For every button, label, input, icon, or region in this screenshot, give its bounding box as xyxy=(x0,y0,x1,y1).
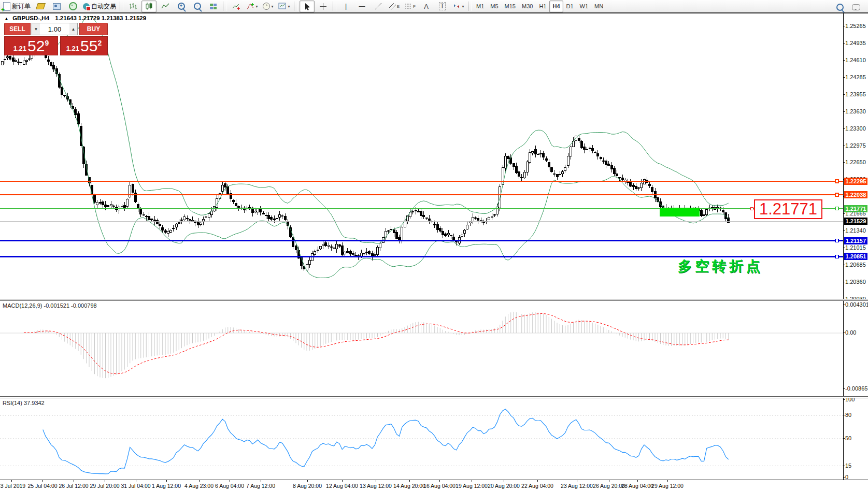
turning-point-annotation[interactable]: 多空转折点 xyxy=(678,257,763,276)
sell-price-small: 1.21 xyxy=(13,45,26,52)
date-tick xyxy=(667,480,668,482)
new-chart-button[interactable] xyxy=(229,1,244,12)
equidistant-channel-icon xyxy=(389,3,397,10)
sell-price-button[interactable]: 1.21 52 9 xyxy=(4,36,58,55)
price-annotation-label[interactable]: 1.21771 xyxy=(754,199,822,219)
price-badge-1.22295: 1.22295 xyxy=(844,178,867,185)
timeframe-m5[interactable]: M5 xyxy=(487,1,501,12)
timeframe-d1[interactable]: D1 xyxy=(563,1,577,12)
chat-icon xyxy=(852,4,860,10)
autotrade-button[interactable]: 自动交易 xyxy=(81,1,118,12)
new-order-label: 新订单 xyxy=(12,2,31,11)
date-tick xyxy=(307,480,308,482)
date-tick xyxy=(11,480,12,482)
indicators-button[interactable]: ▾ xyxy=(245,1,260,12)
tile-windows-icon xyxy=(210,4,217,9)
channel-letter: E xyxy=(397,4,400,9)
text-icon: A xyxy=(424,3,429,10)
price-badge-1.21157: 1.21157 xyxy=(844,237,867,244)
timeframe-m30[interactable]: M30 xyxy=(519,1,536,12)
zoom-out-icon: - xyxy=(194,3,201,10)
line-chart-button[interactable] xyxy=(158,1,173,12)
horizontal-line-button[interactable]: — xyxy=(354,1,369,12)
trendline-button[interactable] xyxy=(371,1,386,12)
date-label: 8 Aug 20:00 xyxy=(293,483,322,489)
text-button[interactable]: A xyxy=(419,1,434,12)
volume-down-button[interactable]: ▼ xyxy=(32,23,40,35)
periods-button[interactable]: ▾ xyxy=(261,1,276,12)
navigator-button[interactable] xyxy=(49,1,64,12)
arrows-button[interactable]: ▾ xyxy=(451,1,466,12)
autotrade-label: 自动交易 xyxy=(91,2,116,11)
zoom-out-button[interactable]: - xyxy=(190,1,205,12)
date-label: 29 Aug 12:00 xyxy=(651,483,684,489)
bar-chart-button[interactable] xyxy=(125,1,140,12)
signals-button[interactable] xyxy=(65,1,80,12)
vertical-line-icon: | xyxy=(345,3,347,10)
date-label: 22 Aug 04:00 xyxy=(521,483,553,489)
chat-button[interactable] xyxy=(848,1,863,13)
timeframe-h1[interactable]: H1 xyxy=(536,1,549,12)
sell-price-big: 52 xyxy=(27,39,45,53)
rsi-label: RSI(14) 37.9342 xyxy=(3,400,45,406)
timeframe-h4[interactable]: H4 xyxy=(549,1,563,12)
macd-tick: -0.008651 xyxy=(845,385,868,392)
date-tick xyxy=(637,480,638,482)
buy-price-sup: 2 xyxy=(97,39,102,47)
date-axis[interactable]: 23 Jul 201925 Jul 04:0026 Jul 12:0029 Ju… xyxy=(0,480,868,491)
price-axis[interactable]: 1.252651.249351.246101.242851.239551.236… xyxy=(843,13,868,480)
crosshair-button[interactable] xyxy=(316,1,331,12)
pane-separator[interactable] xyxy=(0,396,868,398)
volume-up-button[interactable]: ▲ xyxy=(69,23,77,35)
toolbar-separator xyxy=(333,2,336,11)
horizontal-line-icon: — xyxy=(359,3,365,10)
date-tick xyxy=(230,480,230,482)
periods-icon xyxy=(263,3,270,10)
date-label: 28 Aug 04:00 xyxy=(621,483,653,489)
price-tick: 1.20685 xyxy=(845,262,866,268)
candlestick-chart-button[interactable] xyxy=(141,1,156,12)
volume-input[interactable]: 1.00 xyxy=(40,23,69,35)
date-tick xyxy=(261,480,261,482)
timeframe-m1[interactable]: M1 xyxy=(473,1,487,12)
text-label-button[interactable]: T xyxy=(435,1,450,12)
date-tick xyxy=(439,480,440,482)
date-label: 4 Aug 23:00 xyxy=(184,483,214,489)
date-tick xyxy=(577,480,577,482)
cursor-button[interactable] xyxy=(300,1,315,12)
ohlc-values: 1.21643 1.21729 1.21383 1.21529 xyxy=(55,15,146,21)
pane-separator[interactable] xyxy=(0,299,868,301)
zoom-in-icon: + xyxy=(178,3,185,10)
timeframe-w1[interactable]: W1 xyxy=(577,1,592,12)
equidistant-channel-button[interactable]: E xyxy=(387,1,402,12)
new-order-button[interactable]: + 新订单 xyxy=(2,1,32,12)
trendline-icon xyxy=(375,3,382,10)
macd-tick: 0.004301 xyxy=(845,301,868,308)
sell-button[interactable]: SELL xyxy=(4,23,31,35)
indicators-icon xyxy=(246,3,254,10)
price-tick: 1.23955 xyxy=(845,91,866,97)
zoom-in-button[interactable]: + xyxy=(174,1,189,12)
macd-pane-canvas[interactable] xyxy=(0,301,843,396)
timeframe-mn[interactable]: MN xyxy=(591,1,606,12)
buy-button[interactable]: BUY xyxy=(79,23,108,35)
search-button[interactable] xyxy=(832,1,847,13)
chevron-down-icon: ▾ xyxy=(271,4,273,9)
price-tick: 1.22650 xyxy=(845,159,866,165)
price-tick: 1.20360 xyxy=(845,279,866,285)
rsi-pane-canvas[interactable] xyxy=(0,398,843,480)
buy-price-button[interactable]: 1.21 55 2 xyxy=(60,36,108,55)
candlestick-chart-icon xyxy=(145,3,153,10)
collapse-triangle-icon[interactable]: ▲ xyxy=(4,16,9,21)
price-tick: 1.21015 xyxy=(845,244,866,251)
fibonacci-button[interactable]: F xyxy=(403,1,418,12)
tile-windows-button[interactable] xyxy=(206,1,221,12)
date-label: 6 Aug 04:00 xyxy=(215,483,244,489)
date-label: 23 Jul 2019 xyxy=(0,483,25,489)
main-chart-canvas[interactable] xyxy=(0,13,843,299)
profiles-button[interactable] xyxy=(33,1,48,12)
timeframe-m15[interactable]: M15 xyxy=(502,1,519,12)
date-label: 19 Aug 12:00 xyxy=(456,483,488,489)
vertical-line-button[interactable]: | xyxy=(338,1,353,12)
templates-button[interactable]: ▾ xyxy=(277,1,292,12)
